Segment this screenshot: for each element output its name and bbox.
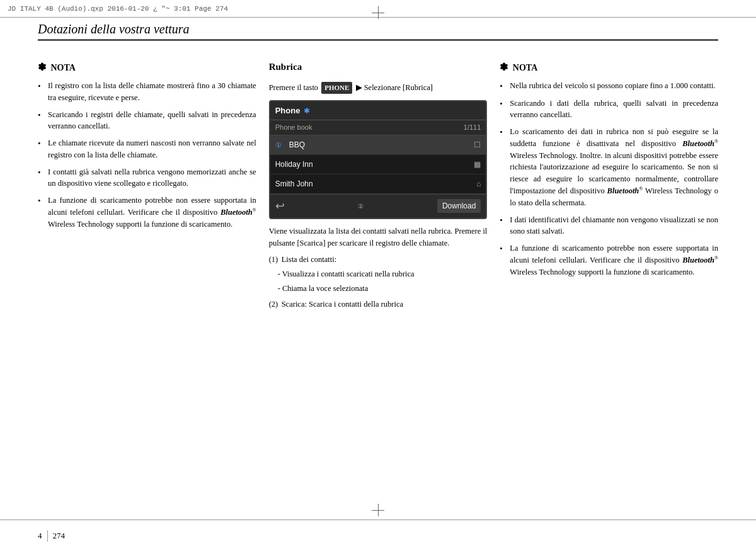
list-item: • Lo scaricamento dei dati in rubrica no… bbox=[500, 126, 718, 209]
bullet-dot: • bbox=[38, 109, 45, 122]
list-item: • I dati identificativi del chiamante no… bbox=[500, 214, 718, 238]
phone-row-left: ① BBQ bbox=[275, 139, 305, 151]
left-note-heading: ✽ NOTA bbox=[38, 60, 256, 75]
bullet-text: La funzione di scaricamento potrebbe non… bbox=[48, 195, 256, 230]
phone-button-label: PHONE bbox=[321, 82, 352, 94]
bullet-dot: • bbox=[38, 80, 45, 93]
num-content: Scarica: Scarica i contatti della rubric… bbox=[282, 298, 403, 310]
list-item: • Le chiamate ricevute da numeri nascost… bbox=[38, 137, 256, 161]
row-icon: ▦ bbox=[474, 159, 481, 170]
phone-header-left: Phone ✱ bbox=[275, 105, 311, 117]
bullet-text: I dati identificativi del chiamante non … bbox=[510, 214, 718, 238]
row-name: BBQ bbox=[289, 139, 305, 151]
phone-row-bbq: ① BBQ ☐ bbox=[270, 135, 486, 155]
row-icon: ☐ bbox=[474, 139, 481, 151]
crosshair-top bbox=[372, 6, 384, 19]
footer-divider bbox=[47, 530, 48, 542]
rubrica-desc: Viene visualizzata la lista dei contatti… bbox=[269, 225, 488, 249]
bullet-dot: • bbox=[500, 214, 507, 227]
bullet-dot: • bbox=[500, 242, 507, 255]
footer-num2: 274 bbox=[53, 531, 66, 541]
sub-list: - Visualizza i contatti scaricati nella … bbox=[278, 268, 488, 295]
page-footer: 4 274 bbox=[0, 520, 756, 551]
right-note-heading: ✽ NOTA bbox=[500, 60, 718, 75]
bullet-text: La funzione di scaricamento potrebbe non… bbox=[510, 242, 718, 278]
row-icon: ⌂ bbox=[476, 178, 481, 190]
bullet-text: Il registro con la lista delle chiamate … bbox=[48, 80, 256, 104]
phone-header: Phone ✱ bbox=[270, 101, 486, 121]
right-bullet-list: • Nella rubrica del veicolo si possono c… bbox=[500, 80, 718, 278]
right-star-icon: ✽ bbox=[500, 62, 508, 72]
list-item: • I contatti già salvati nella rubrica v… bbox=[38, 166, 256, 190]
phone-row-smith: Smith John ⌂ bbox=[270, 174, 486, 194]
bullet-text: Scaricando i dati della rubrica, quelli … bbox=[510, 98, 718, 122]
bullet-text: Scaricando i registri delle chiamate, qu… bbox=[48, 109, 256, 133]
bullet-dot: • bbox=[38, 195, 45, 207]
list-item: - Visualizza i contatti scaricati nella … bbox=[278, 268, 488, 280]
center-column: Rubrica Premere il tasto PHONE ▶ Selezio… bbox=[269, 60, 488, 507]
numbered-item-1: (1) Lista dei contatti: bbox=[269, 254, 488, 266]
title-underline bbox=[38, 39, 718, 41]
phone-row-holiday: Holiday Inn ▦ bbox=[270, 155, 486, 174]
left-star-icon: ✽ bbox=[38, 62, 46, 72]
list-item: • Scaricando i dati della rubrica, quell… bbox=[500, 98, 718, 122]
list-item: • Nella rubrica del veicolo si possono c… bbox=[500, 80, 718, 93]
download-button[interactable]: Download bbox=[437, 199, 481, 213]
list-item: • Scaricando i registri delle chiamate, … bbox=[38, 109, 256, 133]
title-section: Dotazioni della vostra vettura bbox=[38, 22, 718, 41]
phone-title: Phone bbox=[275, 105, 301, 117]
row-name: Holiday Inn bbox=[275, 159, 313, 170]
footer-numbers: 4 274 bbox=[38, 530, 65, 542]
bullet-dot: • bbox=[500, 98, 507, 110]
footer-num1: 4 bbox=[38, 531, 42, 541]
page-title: Dotazioni della vostra vettura bbox=[38, 22, 718, 37]
phone-row-left: Smith John bbox=[275, 178, 313, 190]
phone-count: 1/111 bbox=[464, 122, 481, 133]
rubrica-heading: Rubrica bbox=[269, 60, 488, 74]
list-item: • Il registro con la lista delle chiamat… bbox=[38, 80, 256, 104]
phone-subtitle: Phone book bbox=[275, 122, 312, 133]
phone-subheader: Phone book 1/111 bbox=[270, 120, 486, 135]
back-button[interactable]: ↩ bbox=[275, 198, 285, 215]
row-number: ① bbox=[275, 140, 285, 151]
bullet-text: Le chiamate ricevute da numeri nascosti … bbox=[48, 137, 256, 161]
header-text: JD ITALY 4B (Audio).qxp 2016-01-20 ¿ "~ … bbox=[8, 5, 228, 13]
crosshair-bottom bbox=[372, 504, 384, 516]
phone-footer: ↩ ② Download bbox=[270, 194, 486, 218]
num-label: (2) bbox=[269, 298, 282, 310]
bullet-dot: • bbox=[38, 137, 45, 150]
row-name: Smith John bbox=[275, 178, 313, 190]
phone-row-left: Holiday Inn bbox=[275, 159, 313, 170]
numbered-item-2: (2) Scarica: Scarica i contatti della ru… bbox=[269, 298, 488, 310]
bullet-text: Nella rubrica del veicolo si possono cop… bbox=[510, 80, 718, 92]
phone-mockup: Phone ✱ Phone book 1/111 ① BBQ ☐ bbox=[269, 100, 488, 219]
bullet-dot: • bbox=[500, 80, 507, 93]
circle-label-2: ② bbox=[358, 202, 364, 211]
num-label: (1) bbox=[269, 254, 282, 266]
rubrica-intro: Premere il tasto PHONE ▶ Selezionare [Ru… bbox=[269, 82, 488, 94]
content-columns: ✽ NOTA • Il registro con la lista delle … bbox=[38, 60, 718, 507]
list-item: • La funzione di scaricamento potrebbe n… bbox=[38, 195, 256, 230]
bullet-dot: • bbox=[500, 126, 507, 139]
right-column: ✽ NOTA • Nella rubrica del veicolo si po… bbox=[500, 60, 718, 507]
bluetooth-icon: ✱ bbox=[304, 105, 310, 116]
bullet-text: Lo scaricamento dei dati in rubrica non … bbox=[510, 126, 718, 209]
arrow-icon: ▶ bbox=[356, 83, 362, 92]
left-column: ✽ NOTA • Il registro con la lista delle … bbox=[38, 60, 256, 507]
num-content: Lista dei contatti: bbox=[282, 254, 336, 266]
bullet-dot: • bbox=[38, 166, 45, 179]
phone-body: ① BBQ ☐ Holiday Inn ▦ Smith John bbox=[270, 135, 486, 194]
left-bullet-list: • Il registro con la lista delle chiamat… bbox=[38, 80, 256, 230]
list-item: • La funzione di scaricamento potrebbe n… bbox=[500, 242, 718, 278]
bullet-text: I contatti già salvati nella rubrica ven… bbox=[48, 166, 256, 190]
list-item: - Chiama la voce selezionata bbox=[278, 283, 488, 295]
